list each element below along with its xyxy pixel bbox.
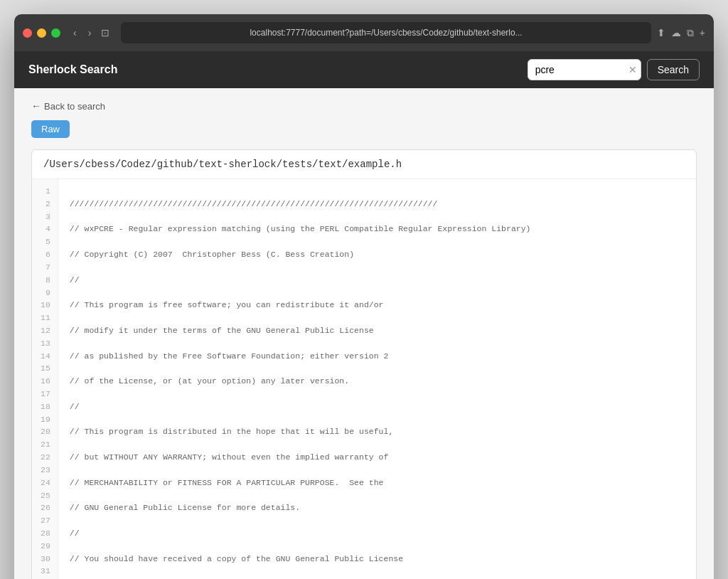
- maximize-button[interactable]: [51, 28, 60, 38]
- url-bar[interactable]: localhost:7777/document?path=/Users/cbes…: [121, 22, 651, 43]
- nav-buttons: ‹ ›: [69, 26, 95, 40]
- file-viewer: /Users/cbess/Codez/github/text-sherlock/…: [31, 149, 697, 579]
- titlebar: ‹ › ⊡ localhost:7777/document?path=/User…: [14, 14, 714, 51]
- code-content: ////////////////////////////////////////…: [58, 179, 696, 579]
- add-tab-icon[interactable]: +: [700, 27, 705, 39]
- cloud-icon[interactable]: ☁: [671, 27, 681, 39]
- minimize-button[interactable]: [37, 28, 46, 38]
- close-button[interactable]: [23, 28, 32, 38]
- titlebar-actions: ⬆ ☁ ⧉ +: [657, 27, 705, 39]
- search-button[interactable]: Search: [647, 59, 700, 80]
- back-to-search-link[interactable]: ← Back to search: [31, 100, 105, 112]
- app-header: Sherlock Search ✕ Search: [14, 51, 714, 88]
- clear-search-button[interactable]: ✕: [628, 65, 637, 75]
- url-text: localhost:7777/document?path=/Users/cbes…: [250, 28, 522, 38]
- code-area[interactable]: 12345 678910 1112131415 1617181920 21222…: [32, 179, 696, 579]
- raw-button[interactable]: Raw: [31, 120, 70, 138]
- layout-icon: ⊡: [101, 27, 109, 38]
- window-controls: [23, 28, 60, 38]
- back-nav-button[interactable]: ‹: [69, 26, 81, 40]
- forward-nav-button[interactable]: ›: [84, 26, 96, 40]
- search-area: ✕ Search: [528, 59, 700, 80]
- app-title: Sherlock Search: [28, 63, 528, 76]
- browser-window: ‹ › ⊡ localhost:7777/document?path=/User…: [14, 14, 714, 579]
- back-arrow-icon: ←: [31, 100, 41, 112]
- search-input[interactable]: [528, 59, 641, 80]
- duplicate-icon[interactable]: ⧉: [687, 27, 694, 39]
- line-numbers: 12345 678910 1112131415 1617181920 21222…: [32, 179, 58, 579]
- content-area: ← Back to search Raw /Users/cbess/Codez/…: [14, 88, 714, 579]
- share-icon[interactable]: ⬆: [657, 27, 665, 39]
- back-link-label: Back to search: [44, 101, 105, 112]
- file-path: /Users/cbess/Codez/github/text-sherlock/…: [32, 150, 696, 179]
- search-input-wrap: ✕: [528, 59, 641, 80]
